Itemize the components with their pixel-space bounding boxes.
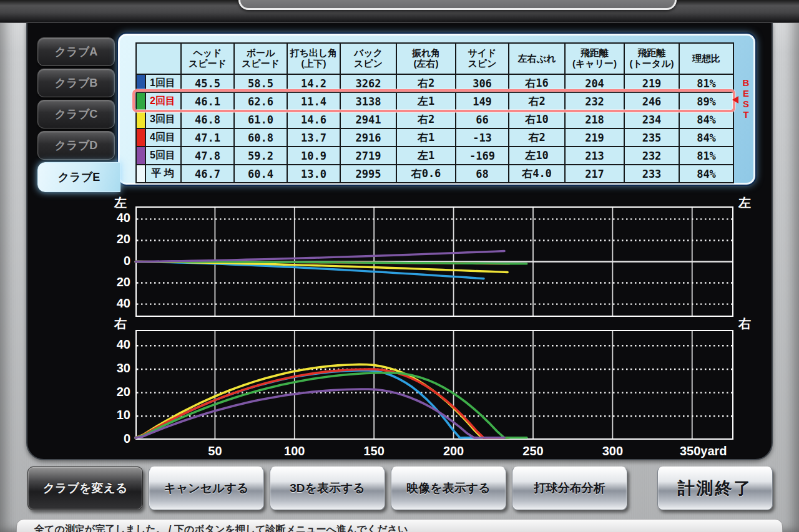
top-bezel-bar <box>0 0 799 23</box>
side-label-top-left: 左 <box>114 195 127 211</box>
row-color-swatch <box>137 129 146 146</box>
row-label-shot-5: 5回目 <box>136 147 181 165</box>
x-tick-label: 150 <box>363 444 384 458</box>
column-header: サイド スピン <box>456 43 509 74</box>
row-label-shot-1: 1回目 <box>136 74 181 92</box>
x-tick-label: 350yard <box>680 444 727 458</box>
data-cell: 2995 <box>340 165 396 183</box>
data-cell: 60.8 <box>234 128 287 147</box>
x-tick-label: 200 <box>443 444 464 458</box>
data-cell: 58.5 <box>234 74 287 92</box>
column-header: 打ち出し角 (上下) <box>287 43 340 74</box>
best-arrow-icon <box>732 96 738 104</box>
data-cell: 14.6 <box>287 110 340 128</box>
tab-club-a[interactable]: クラブA <box>37 37 115 66</box>
data-cell: 81% <box>679 147 733 165</box>
data-cell: 14.2 <box>287 74 340 92</box>
y-tick-label: 40 <box>107 211 130 225</box>
row-color-swatch <box>137 111 146 128</box>
data-cell: 右2 <box>509 128 565 147</box>
y-tick-label: 10 <box>107 408 130 422</box>
corner-header-cell <box>136 43 181 74</box>
data-cell: 234 <box>624 110 679 128</box>
bottom-message-bar: 全ての測定が完了しました。 / 下のボタンを押して診断メニューへ進んでください <box>16 519 783 532</box>
data-cell: 左1 <box>396 147 456 165</box>
data-cell: 11.4 <box>287 92 340 110</box>
column-header: バック スピン <box>340 43 396 74</box>
data-cell: 45.5 <box>181 74 234 92</box>
tab-club-e[interactable]: クラブE <box>37 162 120 192</box>
column-header: 左右ぶれ <box>509 43 565 74</box>
tab-club-d[interactable]: クラブD <box>37 131 115 160</box>
x-tick-label: 100 <box>284 444 305 458</box>
plot-border <box>136 331 733 439</box>
data-cell: 13.7 <box>287 128 340 147</box>
row-label-shot-4: 4回目 <box>136 128 181 147</box>
data-cell: 217 <box>565 165 624 183</box>
data-cell: 84% <box>679 128 733 147</box>
data-cell: 左10 <box>509 147 565 165</box>
data-cell: 2916 <box>340 128 396 147</box>
data-cell: 右16 <box>509 74 565 92</box>
column-header: 飛距離 (トータル) <box>624 43 679 74</box>
data-cell: 89% <box>679 92 733 110</box>
results-table: ヘッド スピードボール スピード打ち出し角 (上下)バック スピン振れ角 (左右… <box>135 42 734 183</box>
title-plate <box>238 0 677 10</box>
data-cell: 左1 <box>396 92 456 110</box>
data-cell: 右0.6 <box>396 165 456 183</box>
y-tick-label: 20 <box>107 385 130 399</box>
data-cell: 60.4 <box>234 165 287 183</box>
end-measurement-button[interactable]: 計測終了 <box>657 467 773 510</box>
data-cell: 84% <box>679 165 733 183</box>
launch-monitor-screen: クラブAクラブBクラブCクラブDクラブE ヘッド スピードボール スピード打ち出… <box>0 0 799 532</box>
column-header: 飛距離 (キャリー) <box>565 43 624 74</box>
data-cell: 232 <box>624 147 679 165</box>
data-cell: 218 <box>565 110 624 128</box>
table-row-shot-3: 3回目46.861.014.62941右266右1021823484% <box>136 110 733 128</box>
side-label-bottom-right: 右 <box>738 316 751 332</box>
x-tick-label: 300 <box>602 444 623 458</box>
series-line-shot-5 <box>135 251 504 262</box>
trajectory-plot <box>135 330 733 440</box>
tab-club-b[interactable]: クラブB <box>37 69 115 97</box>
data-cell: 232 <box>565 92 624 110</box>
data-cell: 204 <box>565 74 624 92</box>
data-cell: 13.0 <box>287 165 340 183</box>
x-tick-label: 250 <box>522 444 543 458</box>
row-label-shot-2: 2回目 <box>136 92 181 110</box>
data-cell: 10.9 <box>287 147 340 165</box>
data-cell: 右4.0 <box>509 165 565 183</box>
cancel-button[interactable]: キャンセルする <box>149 467 264 510</box>
results-table-panel: ヘッド スピードボール スピード打ち出し角 (上下)バック スピン振れ角 (左右… <box>117 32 757 186</box>
data-cell: 149 <box>456 92 509 110</box>
data-cell: 235 <box>624 128 679 147</box>
column-header: 振れ角 (左右) <box>396 43 456 74</box>
data-cell: 47.1 <box>181 128 234 147</box>
y-tick-label: 30 <box>107 361 130 375</box>
data-cell: 右10 <box>509 110 565 128</box>
data-cell: 46.7 <box>181 165 234 183</box>
change-club-button[interactable]: クラブを変える <box>27 467 143 510</box>
data-cell: 219 <box>565 128 624 147</box>
y-tick-label: 20 <box>107 275 130 289</box>
data-cell: 306 <box>456 74 509 92</box>
table-head: ヘッド スピードボール スピード打ち出し角 (上下)バック スピン振れ角 (左右… <box>136 43 733 74</box>
row-label-text: 2回目 <box>150 95 175 106</box>
club-tabs: クラブAクラブBクラブCクラブDクラブE <box>37 37 125 195</box>
show-3d-button[interactable]: 3Dを表示する <box>270 467 385 510</box>
show-video-button[interactable]: 映像を表示する <box>391 467 506 510</box>
data-cell: 46.8 <box>181 110 234 128</box>
shot-distribution-button[interactable]: 打球分布分析 <box>512 467 627 510</box>
tab-club-c[interactable]: クラブC <box>37 100 115 128</box>
data-cell: 68 <box>456 165 509 183</box>
bottom-message: 全ての測定が完了しました。 / 下のボタンを押して診断メニューへ進んでください <box>34 523 782 532</box>
column-header: ヘッド スピード <box>181 43 234 74</box>
y-tick-label: 20 <box>107 232 130 246</box>
data-cell: 3138 <box>340 92 396 110</box>
y-tick-label: 40 <box>107 337 130 352</box>
row-label-text: 4回目 <box>150 132 175 142</box>
data-cell: 246 <box>624 92 679 110</box>
header-row: ヘッド スピードボール スピード打ち出し角 (上下)バック スピン振れ角 (左右… <box>136 43 733 74</box>
row-color-swatch <box>137 93 146 110</box>
data-cell: 47.8 <box>181 147 234 165</box>
